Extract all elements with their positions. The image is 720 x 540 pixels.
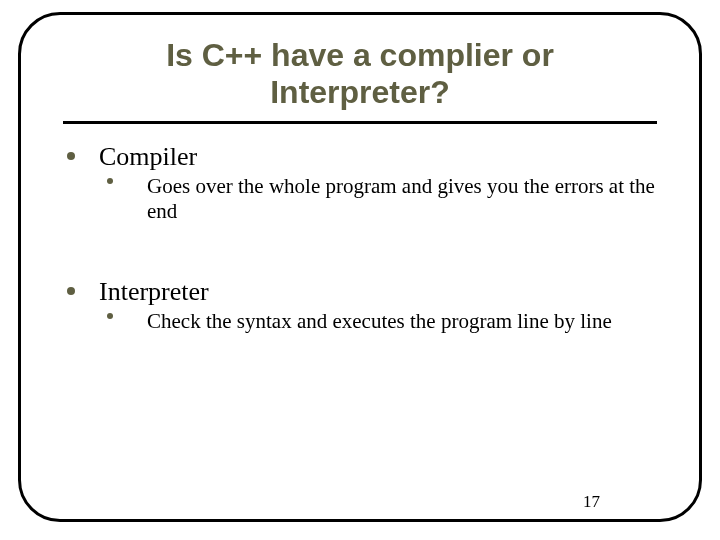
title-line-2: Interpreter? (270, 74, 450, 110)
item-sub: Goes over the whole program and gives yo… (147, 174, 657, 225)
page-number: 17 (583, 492, 600, 512)
title-line-1: Is C++ have a complier or (166, 37, 554, 73)
bullet-icon (67, 152, 75, 160)
list-subitem: Goes over the whole program and gives yo… (63, 174, 657, 225)
item-sub: Check the syntax and executes the progra… (147, 309, 657, 335)
slide-content: Compiler Goes over the whole program and… (63, 142, 657, 335)
list-subitem: Check the syntax and executes the progra… (63, 309, 657, 335)
list-item: Compiler (63, 142, 657, 172)
item-heading: Interpreter (99, 277, 209, 306)
bullet-icon (107, 313, 113, 319)
slide-title: Is C++ have a complier or Interpreter? (63, 37, 657, 119)
bullet-icon (107, 178, 113, 184)
bullet-icon (67, 287, 75, 295)
title-underline (63, 121, 657, 124)
item-heading: Compiler (99, 142, 197, 171)
list-item: Interpreter (63, 277, 657, 307)
slide-frame: Is C++ have a complier or Interpreter? C… (18, 12, 702, 522)
